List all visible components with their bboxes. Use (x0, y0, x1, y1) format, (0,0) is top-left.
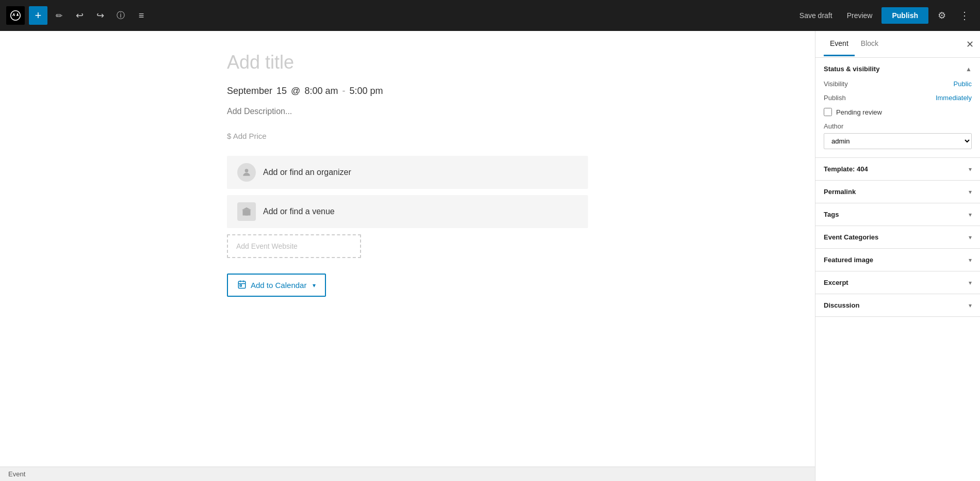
publish-value[interactable]: Immediately (936, 94, 972, 102)
chevron-down-icon-discussion: ▾ (969, 302, 972, 309)
section-status-visibility-content: Visibility Public Publish Immediately Pe… (815, 80, 980, 157)
section-permalink-title: Permalink (824, 188, 856, 196)
chevron-down-icon-featured: ▾ (969, 256, 972, 264)
tab-block[interactable]: Block (855, 32, 885, 56)
editor-inner: September 15 @ 8:00 am - 5:00 pm $ Add P… (206, 52, 609, 307)
section-featured-image: Featured image ▾ (815, 249, 980, 271)
website-input-wrapper[interactable] (227, 234, 361, 258)
close-button[interactable]: ✕ (966, 40, 974, 49)
undo-button[interactable]: ↩ (70, 6, 89, 25)
preview-button[interactable]: Preview (842, 8, 878, 23)
chevron-down-icon-excerpt: ▾ (969, 279, 972, 286)
pending-review-checkbox[interactable] (824, 108, 832, 116)
calendar-chevron-icon: ▾ (313, 282, 316, 289)
toolbar: + ✏ ↩ ↪ ⓘ ≡ Save draft Preview Publish ⚙… (0, 0, 980, 31)
sidebar: Event Block ✕ Status & visibility ▲ Visi… (815, 31, 980, 481)
calendar-btn-label: Add to Calendar (251, 281, 306, 290)
price-label: $ Add Price (227, 132, 267, 140)
section-excerpt-header[interactable]: Excerpt ▾ (815, 271, 980, 294)
event-date-at: @ (291, 86, 300, 97)
author-select[interactable]: admin (824, 133, 972, 149)
add-block-button[interactable]: + (29, 6, 47, 25)
chevron-down-icon-categories: ▾ (969, 234, 972, 241)
section-tags-header[interactable]: Tags ▾ (815, 203, 980, 226)
chevron-down-icon-permalink: ▾ (969, 188, 972, 196)
chevron-up-icon: ▲ (966, 66, 972, 73)
section-permalink: Permalink ▾ (815, 181, 980, 203)
description-input[interactable] (227, 107, 588, 116)
calendar-icon (237, 280, 247, 291)
chevron-down-icon-tags: ▾ (969, 211, 972, 218)
section-excerpt-title: Excerpt (824, 279, 848, 286)
section-status-visibility-title: Status & visibility (824, 65, 879, 73)
section-excerpt: Excerpt ▾ (815, 271, 980, 294)
sidebar-header: Event Block ✕ (815, 31, 980, 58)
section-permalink-header[interactable]: Permalink ▾ (815, 181, 980, 203)
visibility-value[interactable]: Public (954, 80, 972, 88)
publish-label: Publish (824, 94, 846, 102)
event-date-dash: - (342, 86, 345, 97)
section-template-title: Template: 404 (824, 165, 868, 173)
edit-button[interactable]: ✏ (50, 6, 68, 25)
list-view-button[interactable]: ≡ (132, 6, 151, 25)
website-input[interactable] (236, 242, 352, 250)
venue-icon (237, 202, 256, 221)
chevron-down-icon-template: ▾ (969, 166, 972, 173)
organizer-icon (237, 163, 256, 182)
info-button[interactable]: ⓘ (111, 6, 130, 25)
section-tags-title: Tags (824, 211, 839, 218)
venue-label: Add or find a venue (263, 207, 335, 216)
svg-point-0 (245, 169, 249, 172)
add-price-button[interactable]: $ Add Price (227, 132, 588, 140)
section-featured-image-title: Featured image (824, 256, 873, 264)
section-status-visibility-header[interactable]: Status & visibility ▲ (815, 58, 980, 80)
organizer-block[interactable]: Add or find an organizer (227, 156, 588, 189)
section-template-header[interactable]: Template: 404 ▾ (815, 158, 980, 180)
status-label: Event (8, 470, 25, 478)
section-tags: Tags ▾ (815, 203, 980, 226)
svg-rect-6 (240, 285, 241, 286)
publish-row: Publish Immediately (824, 94, 972, 102)
wp-logo (6, 6, 25, 25)
settings-button[interactable]: ⚙ (933, 6, 951, 25)
author-label: Author (824, 122, 972, 130)
editor-area: September 15 @ 8:00 am - 5:00 pm $ Add P… (0, 31, 815, 481)
title-input[interactable] (227, 52, 588, 73)
toolbar-actions: Save draft Preview Publish ⚙ ⋮ (794, 6, 974, 25)
section-status-visibility: Status & visibility ▲ Visibility Public … (815, 58, 980, 158)
section-event-categories-title: Event Categories (824, 233, 878, 241)
event-date: September 15 @ 8:00 am - 5:00 pm (227, 86, 588, 97)
redo-button[interactable]: ↪ (91, 6, 109, 25)
event-date-start: 8:00 am (304, 86, 338, 97)
publish-button[interactable]: Publish (881, 7, 928, 24)
event-date-day: 15 (276, 86, 287, 97)
visibility-row: Visibility Public (824, 80, 972, 88)
status-bar: Event (0, 467, 815, 481)
section-featured-image-header[interactable]: Featured image ▾ (815, 249, 980, 271)
visibility-label: Visibility (824, 80, 848, 88)
ellipsis-icon: ⋮ (959, 9, 970, 22)
section-event-categories: Event Categories ▾ (815, 226, 980, 249)
pending-review-row: Pending review (824, 108, 972, 116)
tab-event[interactable]: Event (824, 32, 855, 56)
save-draft-button[interactable]: Save draft (794, 8, 838, 23)
more-options-button[interactable]: ⋮ (955, 6, 974, 25)
main-layout: September 15 @ 8:00 am - 5:00 pm $ Add P… (0, 31, 980, 481)
event-date-month: September (227, 86, 272, 97)
venue-block[interactable]: Add or find a venue (227, 195, 588, 228)
section-template: Template: 404 ▾ (815, 158, 980, 181)
gear-icon: ⚙ (938, 10, 946, 21)
add-to-calendar-button[interactable]: Add to Calendar ▾ (227, 274, 326, 297)
section-discussion-title: Discussion (824, 301, 859, 309)
section-discussion-header[interactable]: Discussion ▾ (815, 294, 980, 316)
section-event-categories-header[interactable]: Event Categories ▾ (815, 226, 980, 248)
organizer-label: Add or find an organizer (263, 168, 351, 177)
event-date-end: 5:00 pm (349, 86, 383, 97)
section-discussion: Discussion ▾ (815, 294, 980, 317)
pending-review-label: Pending review (836, 108, 882, 116)
